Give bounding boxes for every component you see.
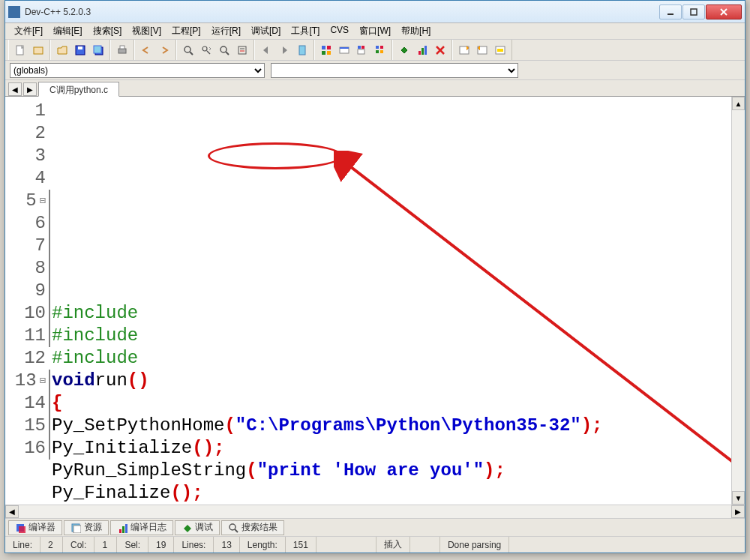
menu-item[interactable]: 编辑[E] xyxy=(49,23,87,39)
output-tab[interactable]: 编译器 xyxy=(8,520,62,535)
options-button[interactable] xyxy=(492,42,508,58)
status-length-label: Length: xyxy=(240,537,286,553)
svg-rect-49 xyxy=(122,526,124,533)
line-number: 10 xyxy=(5,302,46,325)
new-project-button[interactable] xyxy=(30,42,46,58)
code-line[interactable]: #include xyxy=(52,325,731,347)
editor-scrollbar-horizontal[interactable]: ◀ ▶ xyxy=(5,505,745,518)
svg-line-16 xyxy=(226,52,229,55)
new-window-button[interactable] xyxy=(456,42,472,58)
close-window-button[interactable] xyxy=(474,42,490,58)
svg-rect-9 xyxy=(94,46,101,53)
tab-scroll-right[interactable]: ▶ xyxy=(23,82,37,96)
line-number: 8 xyxy=(5,257,46,280)
scroll-left-arrow[interactable]: ◀ xyxy=(5,505,19,518)
output-tab[interactable]: 资源 xyxy=(64,520,109,535)
svg-line-52 xyxy=(235,529,238,532)
menu-item[interactable]: 运行[R] xyxy=(207,23,245,39)
status-insert-mode: 插入 xyxy=(376,537,410,553)
line-number: 6 xyxy=(5,212,46,235)
svg-rect-47 xyxy=(74,526,81,533)
svg-point-14 xyxy=(202,46,207,51)
menu-item[interactable]: 工程[P] xyxy=(167,23,206,39)
line-number: 14 xyxy=(5,392,46,415)
minimize-button[interactable] xyxy=(659,4,682,19)
code-line[interactable]: #include xyxy=(52,302,731,325)
redo-button[interactable] xyxy=(156,42,172,58)
replace-button[interactable] xyxy=(198,42,214,58)
forward-button[interactable] xyxy=(276,42,292,58)
code-line[interactable]: { xyxy=(52,392,731,415)
status-bar: Line: 2 Col: 1 Sel: 19 Lines: 13 Length:… xyxy=(5,536,745,553)
menu-item[interactable]: 调试[D] xyxy=(247,23,285,39)
find-button[interactable] xyxy=(180,42,196,58)
editor-scrollbar-vertical[interactable]: ▲ ▼ xyxy=(731,97,745,505)
bookmark-button[interactable] xyxy=(294,42,310,58)
scroll-right-arrow[interactable]: ▶ xyxy=(731,505,745,518)
find-again-button[interactable] xyxy=(216,42,232,58)
svg-rect-17 xyxy=(238,46,246,54)
scroll-up-arrow[interactable]: ▲ xyxy=(732,97,745,110)
line-number: 11 xyxy=(5,325,46,347)
line-number: 3 xyxy=(5,145,46,167)
svg-rect-22 xyxy=(327,46,331,49)
code-area[interactable]: #include #include #include void run(){ P… xyxy=(49,97,731,505)
menu-item[interactable]: 帮助[H] xyxy=(397,23,435,39)
code-line[interactable]: Py_Initialize(); xyxy=(52,437,731,460)
menu-item[interactable]: 文件[F] xyxy=(10,23,47,39)
output-tab[interactable]: 调试 xyxy=(175,520,220,535)
compile-button[interactable] xyxy=(318,42,334,58)
print-button[interactable] xyxy=(114,42,130,58)
menu-item[interactable]: 搜索[S] xyxy=(88,23,127,39)
maximize-button[interactable] xyxy=(682,4,705,19)
back-button[interactable] xyxy=(258,42,274,58)
editor-tab[interactable]: C调用python.c xyxy=(38,82,119,97)
menu-item[interactable]: 视图[V] xyxy=(128,23,166,39)
svg-rect-35 xyxy=(422,48,424,55)
profile-button[interactable] xyxy=(414,42,430,58)
menu-item[interactable]: CVS xyxy=(326,23,353,39)
compile-run-button[interactable] xyxy=(354,42,370,58)
code-line[interactable]: #include xyxy=(52,347,731,370)
output-tab[interactable]: 搜索结果 xyxy=(221,520,284,535)
save-button[interactable] xyxy=(72,42,88,58)
menu-item[interactable]: 窗口[W] xyxy=(355,23,395,39)
scroll-down-arrow[interactable]: ▼ xyxy=(732,491,745,505)
code-line[interactable]: Py_Finalize(); xyxy=(52,482,731,505)
svg-rect-10 xyxy=(118,49,126,53)
stop-button[interactable] xyxy=(432,42,448,58)
status-lines-label: Lines: xyxy=(174,537,214,553)
undo-button[interactable] xyxy=(138,42,154,58)
svg-line-13 xyxy=(190,52,193,55)
fold-toggle-icon[interactable]: ⊟ xyxy=(40,190,46,212)
fold-toggle-icon[interactable]: ⊟ xyxy=(40,370,46,392)
run-button[interactable] xyxy=(336,42,352,58)
svg-rect-7 xyxy=(78,46,82,49)
menu-bar: 文件[F]编辑[E]搜索[S]视图[V]工程[P]运行[R]调试[D]工具[T]… xyxy=(5,23,745,40)
code-line[interactable]: void run() xyxy=(52,370,731,392)
status-sel-label: Sel: xyxy=(117,537,148,553)
svg-rect-5 xyxy=(34,47,43,54)
open-button[interactable] xyxy=(54,42,70,58)
goto-line-button[interactable] xyxy=(234,42,250,58)
save-all-button[interactable] xyxy=(90,42,106,58)
svg-rect-42 xyxy=(497,49,503,52)
tab-scroll-left[interactable]: ◀ xyxy=(8,82,22,96)
new-file-button[interactable] xyxy=(12,42,28,58)
globals-dropdown[interactable]: (globals) xyxy=(10,63,265,78)
status-col-label: Col: xyxy=(63,537,94,553)
line-number: 2 xyxy=(5,122,46,145)
svg-rect-21 xyxy=(322,46,326,49)
close-button[interactable] xyxy=(706,4,742,19)
output-tab[interactable]: 编译日志 xyxy=(110,520,173,535)
output-tab-label: 搜索结果 xyxy=(242,521,278,534)
debug-button[interactable] xyxy=(396,42,412,58)
svg-point-51 xyxy=(230,524,236,530)
svg-rect-24 xyxy=(327,51,331,55)
code-line[interactable]: PyRun_SimpleString("print 'How are you'"… xyxy=(52,460,731,482)
menu-item[interactable]: 工具[T] xyxy=(286,23,324,39)
rebuild-button[interactable] xyxy=(372,42,388,58)
code-editor[interactable]: 12345⊟678910111213⊟141516 #include #incl… xyxy=(5,97,745,505)
members-dropdown[interactable] xyxy=(271,63,518,78)
code-line[interactable]: Py_SetPythonHome("C:\Programs\Python\Pyt… xyxy=(52,415,731,437)
